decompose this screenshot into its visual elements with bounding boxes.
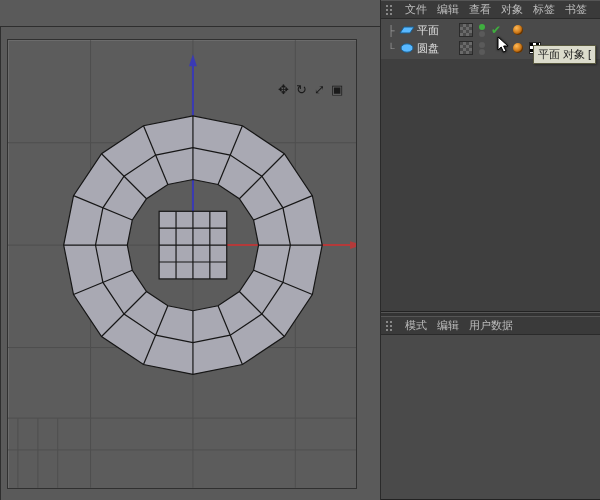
tree-branch-icon: ├: [385, 25, 397, 36]
panel-grip-icon[interactable]: [385, 4, 395, 16]
viewport-scene[interactable]: [8, 40, 356, 488]
svg-marker-35: [400, 27, 414, 33]
object-label[interactable]: 平面: [417, 23, 451, 38]
enable-check-icon[interactable]: ✔: [491, 24, 503, 36]
phong-tag-icon[interactable]: [513, 43, 523, 53]
panel-grip-icon[interactable]: [385, 320, 395, 332]
plane-object[interactable]: [159, 211, 227, 279]
visibility-dots[interactable]: [479, 42, 485, 55]
disc-icon: [399, 41, 415, 55]
axis-x-arrow: [350, 241, 356, 249]
viewport-panel: ✥ ↻ ⤢ ▣: [0, 0, 380, 500]
visibility-dots[interactable]: [479, 24, 485, 37]
tooltip: 平面 对象 [: [533, 45, 596, 64]
menu-bookmarks[interactable]: 书签: [565, 2, 587, 17]
object-row-plane[interactable]: ├ 平面 ✔: [381, 21, 600, 39]
menu-tags[interactable]: 标签: [533, 2, 555, 17]
axis-y-arrow: [189, 54, 197, 66]
menu-file[interactable]: 文件: [405, 2, 427, 17]
object-manager-menubar: 文件 编辑 查看 对象 标签 书签: [381, 1, 600, 19]
phong-tag-icon[interactable]: [513, 25, 523, 35]
attribute-manager-panel: 模式 编辑 用户数据: [381, 316, 600, 500]
object-manager-panel: 文件 编辑 查看 对象 标签 书签 ├ 平面 ✔ └: [381, 0, 600, 312]
menu-edit[interactable]: 编辑: [437, 2, 459, 17]
menu-view[interactable]: 查看: [469, 2, 491, 17]
menu-objects[interactable]: 对象: [501, 2, 523, 17]
object-label[interactable]: 圆盘: [417, 41, 451, 56]
menu-mode[interactable]: 模式: [405, 318, 427, 333]
menu-edit2[interactable]: 编辑: [437, 318, 459, 333]
plane-icon: [399, 23, 415, 37]
viewport-sunken: ✥ ↻ ⤢ ▣: [0, 26, 380, 500]
attribute-manager-menubar: 模式 编辑 用户数据: [381, 317, 600, 335]
tree-branch-icon: └: [385, 43, 397, 54]
menu-userdata[interactable]: 用户数据: [469, 318, 513, 333]
svg-point-36: [401, 44, 413, 52]
attribute-body: [381, 335, 600, 499]
right-column: 文件 编辑 查看 对象 标签 书签 ├ 平面 ✔ └: [380, 0, 600, 500]
viewport[interactable]: ✥ ↻ ⤢ ▣: [7, 39, 357, 489]
layer-chip[interactable]: [459, 23, 473, 37]
layer-chip[interactable]: [459, 41, 473, 55]
